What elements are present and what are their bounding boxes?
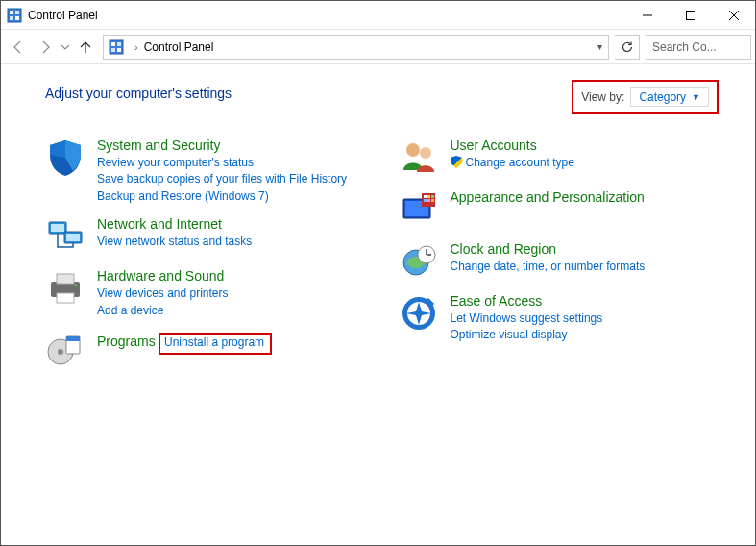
left-column: System and Security Review your computer… [45, 137, 374, 383]
svg-rect-4 [15, 16, 19, 20]
svg-rect-1 [10, 11, 13, 14]
close-button[interactable] [712, 1, 755, 29]
link-uninstall-program[interactable]: Uninstall a program [164, 335, 264, 349]
link-backup-restore[interactable]: Backup and Restore (Windows 7) [97, 188, 374, 205]
svg-rect-17 [66, 234, 80, 241]
link-devices-printers[interactable]: View devices and printers [97, 285, 374, 302]
control-panel-window: Control Panel [0, 0, 756, 546]
svg-rect-32 [427, 195, 430, 198]
category-hardware-sound: Hardware and Sound View devices and prin… [45, 268, 374, 319]
category-network-internet: Network and Internet View network status… [45, 216, 374, 257]
ease-of-access-icon [399, 293, 439, 334]
search-input[interactable]: Search Co... [646, 35, 751, 60]
svg-rect-36 [431, 199, 434, 202]
svg-rect-25 [66, 336, 80, 341]
svg-rect-34 [424, 199, 427, 202]
category-title-ease-access[interactable]: Ease of Access [451, 293, 543, 309]
svg-rect-2 [15, 11, 19, 14]
content-area: Adjust your computer's settings View by:… [1, 64, 755, 545]
category-title-appearance[interactable]: Appearance and Personalization [451, 189, 645, 205]
network-icon [45, 216, 85, 257]
category-ease-of-access: Ease of Access Let Windows suggest setti… [399, 293, 727, 344]
link-add-device[interactable]: Add a device [97, 303, 374, 319]
svg-point-23 [58, 349, 63, 355]
category-appearance: Appearance and Personalization [399, 189, 727, 230]
svg-rect-16 [51, 224, 64, 232]
category-user-accounts: User Accounts Change account type [399, 137, 727, 178]
link-network-status[interactable]: View network status and tasks [97, 234, 374, 250]
minimize-button[interactable] [625, 1, 669, 29]
viewby-value: Category [639, 90, 686, 104]
appearance-icon [399, 189, 439, 230]
svg-rect-12 [111, 48, 115, 52]
svg-rect-11 [117, 42, 121, 46]
category-title-system-security[interactable]: System and Security [97, 137, 220, 153]
link-suggest-settings[interactable]: Let Windows suggest settings [451, 310, 727, 327]
shield-icon [45, 137, 85, 178]
page-heading: Adjust your computer's settings [45, 86, 232, 101]
printer-icon [45, 268, 85, 309]
viewby-dropdown[interactable]: Category ▼ [630, 87, 709, 107]
search-placeholder: Search Co... [652, 40, 717, 54]
refresh-button[interactable] [615, 35, 640, 60]
category-title-programs[interactable]: Programs [97, 334, 156, 349]
svg-rect-10 [111, 42, 115, 46]
svg-point-27 [420, 147, 431, 159]
svg-rect-31 [424, 195, 427, 198]
link-optimize-display[interactable]: Optimize visual display [451, 327, 727, 343]
control-panel-addr-icon [108, 39, 125, 55]
viewby-label: View by: [581, 90, 624, 104]
link-review-status[interactable]: Review your computer's status [97, 155, 374, 171]
svg-rect-13 [117, 48, 121, 52]
control-panel-icon [7, 8, 22, 23]
programs-icon [45, 331, 85, 371]
users-icon [399, 137, 439, 178]
category-programs: Programs Uninstall a program [45, 331, 374, 371]
chevron-right-icon: › [134, 41, 138, 53]
address-dropdown-icon[interactable]: ▾ [597, 41, 602, 52]
recent-locations-button[interactable] [59, 34, 72, 61]
maximize-button[interactable] [669, 1, 712, 29]
clock-icon [399, 241, 439, 282]
svg-rect-19 [57, 274, 74, 284]
address-location: Control Panel [144, 40, 214, 54]
svg-point-21 [75, 285, 78, 287]
svg-rect-3 [10, 16, 13, 20]
navbar: › Control Panel ▾ Search Co... [1, 30, 755, 64]
category-title-hardware[interactable]: Hardware and Sound [97, 268, 224, 284]
svg-rect-33 [431, 195, 434, 198]
up-button[interactable] [72, 34, 99, 61]
category-title-user-accounts[interactable]: User Accounts [451, 137, 537, 153]
link-date-time-formats[interactable]: Change date, time, or number formats [451, 259, 727, 275]
uninstall-highlight: Uninstall a program [159, 333, 272, 355]
forward-button[interactable] [32, 34, 59, 61]
link-file-history[interactable]: Save backup copies of your files with Fi… [97, 171, 374, 187]
category-clock-region: Clock and Region Change date, time, or n… [399, 241, 727, 282]
svg-rect-35 [427, 199, 430, 202]
category-title-network[interactable]: Network and Internet [97, 216, 222, 232]
link-change-account-type[interactable]: Change account type [451, 155, 727, 171]
svg-point-26 [406, 143, 420, 157]
viewby-highlight: View by: Category ▼ [572, 80, 719, 114]
address-bar[interactable]: › Control Panel ▾ [103, 35, 609, 60]
category-system-security: System and Security Review your computer… [45, 137, 374, 205]
titlebar: Control Panel [1, 1, 755, 30]
category-title-clock[interactable]: Clock and Region [451, 241, 557, 257]
svg-rect-6 [686, 11, 695, 19]
back-button[interactable] [5, 34, 32, 61]
right-column: User Accounts Change account type [399, 137, 727, 383]
chevron-down-icon: ▼ [692, 92, 700, 102]
svg-rect-20 [57, 293, 74, 303]
window-title: Control Panel [28, 9, 98, 22]
